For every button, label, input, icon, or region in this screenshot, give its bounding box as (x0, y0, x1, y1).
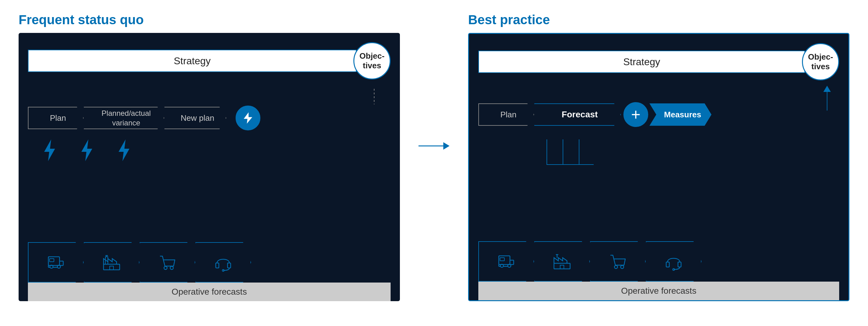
right-measures-chevron: Measures (649, 103, 711, 126)
left-operative-label: Operative forecasts (28, 282, 391, 301)
left-panel-title: Frequent status quo (19, 12, 400, 27)
right-chevron-row: Plan Forecast + Measures (478, 102, 839, 127)
svg-point-16 (170, 266, 173, 270)
left-icon-headset (195, 242, 251, 282)
up-arrow-head (824, 86, 831, 92)
right-icon-factory (534, 241, 590, 281)
left-dashed-line (374, 89, 374, 104)
right-icon-cart (590, 241, 646, 281)
right-up-arrows (478, 133, 839, 165)
logistics-icon (46, 252, 66, 272)
svg-rect-12 (110, 266, 114, 270)
objectives-up-arrow (824, 86, 831, 111)
r-logistics-icon (496, 251, 516, 271)
left-operative-section: Operative forecasts (28, 242, 391, 301)
right-icon-headset (646, 241, 702, 281)
arrow-right (418, 143, 450, 149)
factory-icon (102, 252, 122, 272)
svg-point-35 (621, 266, 624, 269)
left-panel: Frequent status quo Strategy Objec-tives… (19, 12, 400, 301)
right-connector-area: Operative forecasts (478, 133, 839, 300)
right-strategy-box: Strategy (478, 51, 805, 73)
left-dashed-container (28, 89, 391, 104)
right-plus-circle: + (623, 102, 648, 127)
horiz-line (547, 164, 594, 165)
cart-icon (157, 252, 177, 272)
svg-rect-30 (554, 263, 570, 269)
left-strategy-box: Strategy (28, 50, 356, 72)
vert-line-2 (563, 139, 563, 164)
left-bolt-row (28, 138, 391, 166)
r-cart-icon (608, 251, 628, 271)
bolt-icon-3 (115, 138, 133, 166)
right-operative-label: Operative forecasts (478, 281, 839, 300)
main-container: Frequent status quo Strategy Objec-tives… (0, 0, 868, 326)
left-icon-logistics (28, 242, 84, 282)
svg-rect-10 (103, 264, 120, 270)
right-panel-inner: Strategy Objec-tives Plan (468, 33, 849, 301)
svg-rect-31 (560, 265, 564, 269)
svg-rect-18 (227, 263, 230, 268)
right-icon-logistics (478, 241, 534, 281)
left-flash-circle (236, 106, 260, 130)
right-panel: Best practice Strategy Objec-tives (468, 12, 849, 301)
svg-rect-17 (216, 263, 219, 268)
right-operative-section: Operative forecasts (478, 241, 839, 300)
lightning-icon (241, 111, 255, 125)
left-icon-factory (84, 242, 140, 282)
left-chevron-newplan: New plan (164, 107, 226, 129)
right-panel-title: Best practice (468, 12, 849, 27)
r-factory-icon (552, 251, 572, 271)
left-objectives-circle: Objec-tives (353, 42, 391, 80)
svg-rect-1 (50, 259, 54, 262)
right-objectives-circle: Objec-tives (802, 43, 839, 80)
svg-rect-37 (678, 262, 681, 267)
vert-line-3 (579, 139, 579, 164)
left-chevron-variance: Planned/actualvariance (84, 107, 164, 129)
right-chevron-plan: Plan (478, 103, 534, 126)
left-icon-cart (140, 242, 195, 282)
svg-rect-36 (666, 262, 669, 267)
left-chevron-plan: Plan (28, 107, 84, 129)
headset-icon (213, 252, 233, 272)
left-panel-inner: Strategy Objec-tives Plan Planned/actual… (19, 33, 400, 301)
vert-line-1 (547, 139, 547, 164)
r-headset-icon (664, 251, 684, 271)
left-strategy-row: Strategy Objec-tives (28, 42, 391, 80)
right-icons-row (478, 241, 839, 281)
arrow-connector (418, 12, 450, 149)
left-chevron-row: Plan Planned/actualvariance New plan (28, 106, 391, 130)
left-icons-row (28, 242, 391, 282)
svg-rect-21 (500, 258, 504, 261)
bolt-icon-1 (40, 138, 59, 166)
svg-point-15 (164, 266, 167, 270)
bolt-icon-2 (78, 138, 96, 166)
right-chevron-forecast: Forecast (534, 103, 621, 126)
up-arrow-line (827, 92, 827, 111)
svg-point-34 (614, 266, 618, 269)
right-strategy-row: Strategy Objec-tives (478, 43, 839, 80)
